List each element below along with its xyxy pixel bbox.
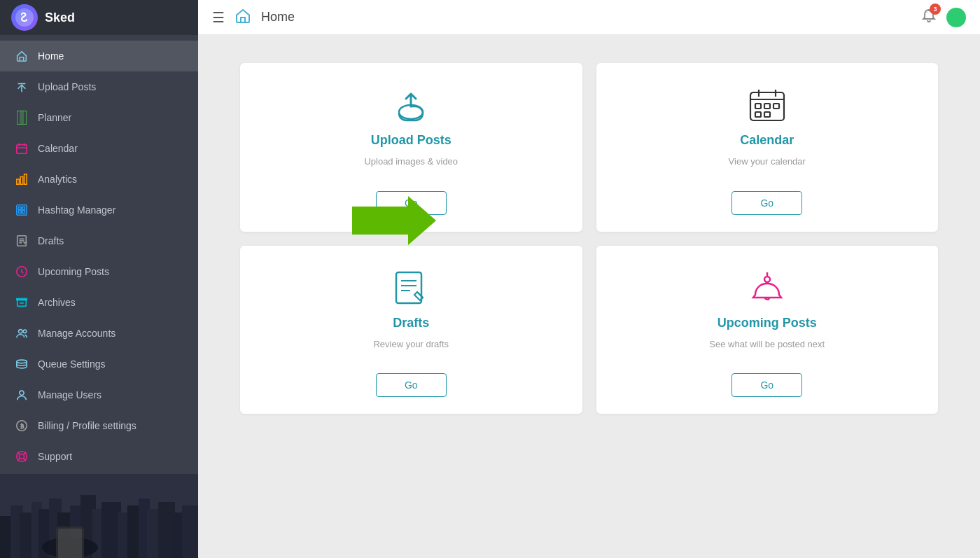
- content-area: Upload Posts Upload images & video Go: [198, 35, 980, 558]
- sidebar-item-support[interactable]: Support: [0, 441, 198, 472]
- svg-point-25: [20, 391, 24, 395]
- calendar-desc: View your calendar: [729, 155, 806, 169]
- notification-button[interactable]: 3: [921, 8, 937, 27]
- arrow-indicator: [352, 196, 436, 245]
- sidebar-label-upload-posts: Upload Posts: [38, 81, 96, 92]
- upcoming-posts-title: Upcoming Posts: [718, 316, 817, 330]
- upcoming-posts-card-icon: [750, 267, 785, 309]
- sidebar-item-hashtag-manager[interactable]: Hashtag Manager: [0, 195, 198, 225]
- sidebar-item-queue-settings[interactable]: Queue Settings: [0, 349, 198, 379]
- sidebar-label-upcoming-posts: Upcoming Posts: [38, 266, 109, 277]
- svg-rect-8: [17, 179, 20, 184]
- hashtag-icon: [14, 202, 29, 218]
- calendar-go-button[interactable]: Go: [732, 191, 802, 215]
- sidebar-item-analytics[interactable]: Analytics: [0, 164, 198, 195]
- sidebar: Sked Home Upload Posts: [0, 0, 198, 558]
- sidebar-item-home[interactable]: Home: [0, 41, 198, 71]
- sidebar-item-upcoming-posts[interactable]: Upcoming Posts: [0, 256, 198, 287]
- app-logo-icon: [11, 4, 38, 31]
- cards-row-1: Upload Posts Upload images & video Go: [240, 63, 938, 232]
- upload-icon: [14, 79, 29, 95]
- support-icon: [14, 449, 29, 464]
- queue-icon: [14, 356, 29, 372]
- home-icon: [14, 48, 29, 64]
- sidebar-item-calendar[interactable]: Calendar: [0, 133, 198, 164]
- sidebar-label-calendar: Calendar: [38, 143, 78, 154]
- svg-point-23: [23, 330, 27, 333]
- cards-row-2: Drafts Review your drafts Go Upcoming Po…: [240, 246, 938, 414]
- sidebar-item-manage-users[interactable]: Manage Users: [0, 379, 198, 410]
- svg-rect-63: [774, 104, 779, 109]
- card-upcoming-posts: Upcoming Posts See what will be posted n…: [596, 246, 939, 414]
- svg-point-0: [15, 8, 34, 27]
- main-content: ☰ Home 3: [198, 0, 980, 558]
- svg-point-71: [764, 277, 770, 282]
- sidebar-label-analytics: Analytics: [38, 174, 77, 185]
- sidebar-label-home: Home: [38, 50, 64, 62]
- card-calendar: Calendar View your calendar Go: [596, 63, 939, 232]
- sidebar-item-manage-accounts[interactable]: Manage Accounts: [0, 318, 198, 349]
- calendar-icon: [14, 141, 29, 156]
- sidebar-label-manage-accounts: Manage Accounts: [38, 328, 115, 339]
- billing-icon: [14, 418, 29, 433]
- calendar-title: Calendar: [740, 133, 794, 148]
- svg-rect-3: [20, 111, 24, 125]
- header: ☰ Home 3: [198, 0, 980, 35]
- user-avatar[interactable]: [946, 8, 966, 27]
- svg-rect-62: [764, 104, 770, 109]
- svg-rect-61: [755, 104, 761, 109]
- upcoming-icon: [14, 264, 29, 279]
- sidebar-label-hashtag-manager: Hashtag Manager: [38, 204, 115, 216]
- sidebar-item-drafts[interactable]: Drafts: [0, 225, 198, 256]
- svg-marker-55: [352, 196, 436, 245]
- sidebar-label-drafts: Drafts: [38, 235, 64, 246]
- drafts-title: Drafts: [393, 316, 429, 330]
- sidebar-logo: Sked: [0, 0, 198, 35]
- svg-point-24: [17, 360, 27, 363]
- menu-toggle-button[interactable]: ☰: [212, 11, 225, 25]
- planner-icon: [14, 110, 29, 125]
- upload-posts-card-icon: [391, 84, 431, 126]
- analytics-icon: [14, 172, 29, 187]
- header-home-icon: [234, 8, 251, 27]
- app-name: Sked: [45, 11, 75, 25]
- drafts-desc: Review your drafts: [373, 337, 449, 351]
- page-title: Home: [261, 10, 295, 25]
- svg-rect-12: [19, 207, 22, 210]
- svg-rect-4: [17, 145, 27, 154]
- upcoming-posts-go-button[interactable]: Go: [732, 373, 802, 397]
- svg-rect-14: [19, 211, 22, 214]
- sidebar-label-manage-users: Manage Users: [38, 389, 102, 400]
- svg-rect-15: [22, 211, 25, 214]
- drafts-icon: [14, 233, 29, 249]
- sidebar-label-archives: Archives: [38, 297, 76, 308]
- sidebar-label-queue-settings: Queue Settings: [38, 358, 106, 370]
- notification-badge: 3: [930, 4, 941, 15]
- svg-rect-64: [755, 112, 761, 117]
- sidebar-label-billing: Billing / Profile settings: [38, 420, 136, 431]
- manage-accounts-icon: [14, 326, 29, 341]
- svg-rect-54: [58, 529, 82, 558]
- sidebar-item-planner[interactable]: Planner: [0, 102, 198, 133]
- sidebar-nav: Home Upload Posts Planner: [0, 35, 198, 474]
- upload-posts-desc: Upload images & video: [364, 155, 458, 169]
- svg-point-22: [19, 330, 22, 333]
- upload-posts-title: Upload Posts: [371, 133, 451, 148]
- sidebar-item-upload-posts[interactable]: Upload Posts: [0, 71, 198, 102]
- sidebar-label-support: Support: [38, 451, 72, 462]
- svg-rect-65: [764, 112, 770, 117]
- svg-rect-10: [24, 174, 27, 184]
- manage-users-icon: [14, 387, 29, 403]
- sidebar-item-billing[interactable]: Billing / Profile settings: [0, 410, 198, 441]
- sidebar-label-planner: Planner: [38, 112, 71, 123]
- drafts-card-icon: [392, 267, 430, 309]
- drafts-go-button[interactable]: Go: [376, 373, 447, 397]
- calendar-card-icon: [748, 84, 786, 126]
- svg-point-28: [19, 454, 24, 459]
- sidebar-item-archives[interactable]: Archives: [0, 287, 198, 318]
- svg-rect-9: [20, 176, 23, 184]
- upcoming-posts-desc: See what will be posted next: [709, 337, 825, 351]
- card-drafts: Drafts Review your drafts Go: [240, 246, 582, 414]
- svg-rect-51: [182, 505, 198, 558]
- sidebar-bottom-image: [0, 474, 198, 558]
